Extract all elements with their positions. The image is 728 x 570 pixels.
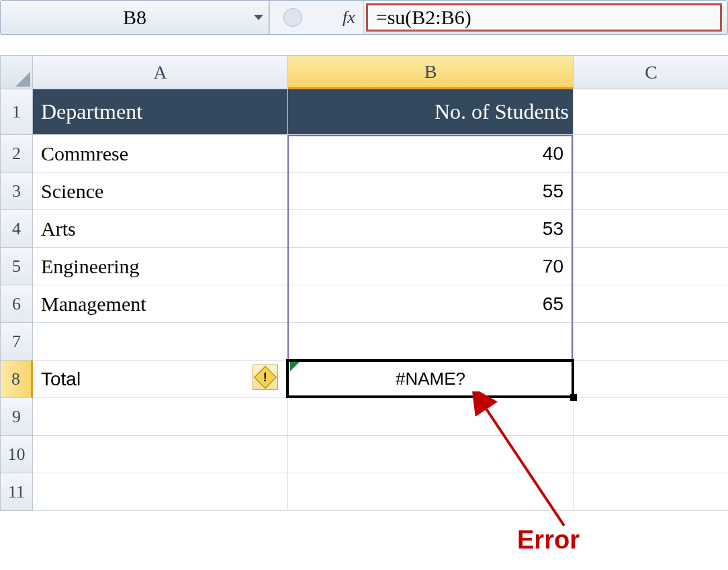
cell-B7[interactable]	[288, 323, 574, 361]
formula-text: =su(B2:B6)	[376, 6, 471, 29]
cell-B10[interactable]	[288, 436, 574, 473]
annotation-label: Error	[517, 526, 580, 555]
select-all-triangle-icon	[15, 72, 30, 87]
cell-B8[interactable]: #NAME?	[288, 361, 574, 398]
cell-B9[interactable]	[288, 398, 574, 436]
cell-A8[interactable]: Total	[33, 361, 288, 398]
cell-C5[interactable]	[574, 248, 728, 285]
name-box[interactable]: B8	[1, 1, 269, 34]
row-header-6[interactable]: 6	[1, 285, 33, 323]
fill-handle[interactable]	[570, 394, 577, 401]
cell-A7[interactable]	[33, 323, 288, 361]
spreadsheet-grid: A B C 1 Department No. of Students 2 Com…	[0, 55, 728, 511]
select-all-corner[interactable]	[1, 56, 33, 89]
cell-C9[interactable]	[574, 398, 728, 436]
cell-A2[interactable]: Commrese	[33, 135, 288, 173]
cell-B2[interactable]: 40	[288, 135, 574, 173]
cell-B1[interactable]: No. of Students	[288, 89, 574, 135]
row-header-4[interactable]: 4	[1, 210, 33, 248]
cell-C4[interactable]	[574, 210, 728, 248]
fx-icon[interactable]: fx	[343, 7, 355, 28]
column-header-C[interactable]: C	[574, 56, 728, 89]
cell-C10[interactable]	[574, 436, 728, 473]
cell-B4[interactable]: 53	[288, 210, 574, 248]
cell-A11[interactable]	[33, 473, 288, 511]
name-box-value: B8	[123, 6, 146, 29]
fx-area: fx	[269, 1, 364, 34]
cell-A10[interactable]	[33, 436, 288, 473]
error-smart-tag[interactable]: !	[253, 365, 278, 390]
cell-C1[interactable]	[574, 89, 728, 135]
row-header-3[interactable]: 3	[1, 173, 33, 210]
name-box-dropdown-icon[interactable]	[254, 15, 263, 20]
row-header-8[interactable]: 8	[1, 361, 33, 398]
cell-C7[interactable]	[574, 323, 728, 361]
cell-A1[interactable]: Department	[33, 89, 288, 135]
formula-input[interactable]: =su(B2:B6)	[366, 3, 722, 32]
cell-A6[interactable]: Management	[33, 285, 288, 323]
cell-A3[interactable]: Science	[33, 173, 288, 210]
cell-B5[interactable]: 70	[288, 248, 574, 285]
cell-B6[interactable]: 65	[288, 285, 574, 323]
warning-icon: !	[254, 366, 277, 389]
cell-A5[interactable]: Engineering	[33, 248, 288, 285]
cell-A4[interactable]: Arts	[33, 210, 288, 248]
cell-B3[interactable]: 55	[288, 173, 574, 210]
row-header-2[interactable]: 2	[1, 135, 33, 173]
column-header-A[interactable]: A	[33, 56, 288, 89]
cell-B11[interactable]	[288, 473, 574, 511]
row-header-11[interactable]: 11	[1, 473, 33, 511]
cell-C3[interactable]	[574, 173, 728, 210]
cell-C6[interactable]	[574, 285, 728, 323]
cancel-icon[interactable]	[283, 8, 302, 27]
cell-C8[interactable]	[574, 361, 728, 398]
row-header-7[interactable]: 7	[1, 323, 33, 361]
error-indicator-icon	[290, 362, 300, 371]
cell-A9[interactable]	[33, 398, 288, 436]
row-header-1[interactable]: 1	[1, 89, 33, 135]
row-header-9[interactable]: 9	[1, 398, 33, 436]
row-header-10[interactable]: 10	[1, 436, 33, 473]
formula-bar: B8 fx =su(B2:B6)	[0, 0, 728, 35]
cell-C11[interactable]	[574, 473, 728, 511]
row-header-5[interactable]: 5	[1, 248, 33, 285]
column-header-B[interactable]: B	[288, 56, 574, 89]
cell-C2[interactable]	[574, 135, 728, 173]
